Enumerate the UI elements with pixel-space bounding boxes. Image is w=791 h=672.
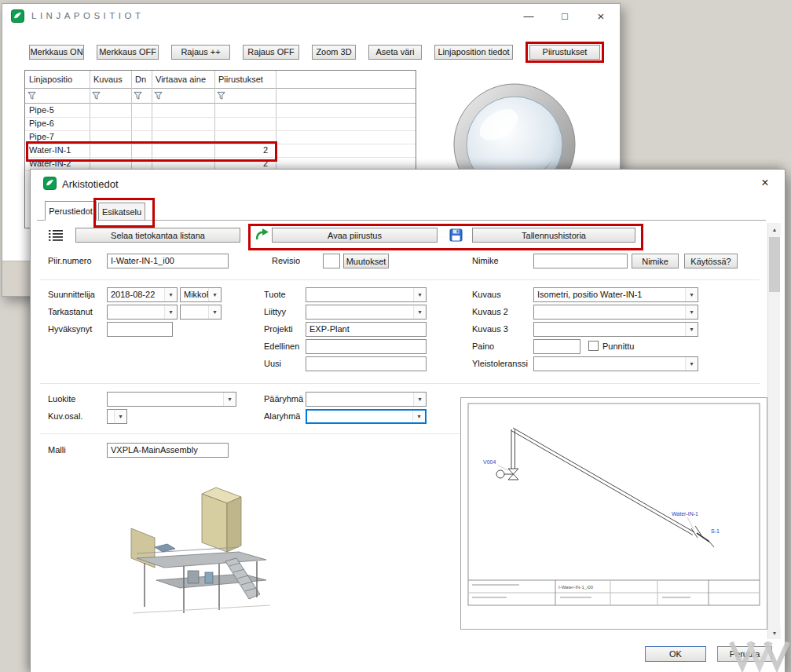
luokite-combo[interactable]: ▾ bbox=[107, 392, 236, 407]
kuvaus2-combo[interactable]: ▾ bbox=[533, 305, 698, 320]
rajaus-plus-button[interactable]: Rajaus ++ bbox=[171, 45, 230, 60]
table-row-water-in-1[interactable]: Water-IN-1 2 bbox=[25, 144, 416, 158]
window-title: LINJAPOSITIOT bbox=[31, 11, 145, 20]
projekti-field[interactable]: EXP-Plant bbox=[306, 322, 427, 337]
separator bbox=[40, 383, 760, 384]
column-header[interactable]: Piirustukset bbox=[214, 71, 276, 88]
kaytossa-button[interactable]: Käytössä? bbox=[684, 254, 738, 268]
open-drawing-icon[interactable] bbox=[255, 228, 269, 242]
avaa-piirustus-button[interactable]: Avaa piirustus bbox=[272, 228, 438, 243]
piir-numero-field[interactable]: I-Water-IN-1_i00 bbox=[107, 254, 229, 268]
liittyy-combo[interactable]: ▾ bbox=[306, 305, 427, 320]
tab-esikatselu[interactable]: Esikatselu bbox=[98, 203, 145, 221]
maximize-icon[interactable]: □ bbox=[555, 8, 574, 24]
filter-icon[interactable] bbox=[27, 91, 36, 100]
rajaus-off-button[interactable]: Rajaus OFF bbox=[243, 45, 299, 60]
app-icon bbox=[43, 177, 57, 190]
cell-piirustukset bbox=[214, 104, 276, 117]
field-value: I-Water-IN-1_i00 bbox=[111, 254, 226, 268]
malli-label: Malli bbox=[48, 445, 66, 455]
table-row-pipe-6[interactable]: Pipe-6 bbox=[25, 117, 416, 131]
yleistoleranssi-combo[interactable]: ▾ bbox=[533, 356, 698, 371]
close-icon[interactable]: × bbox=[755, 174, 775, 192]
drawing-preview[interactable]: V004 Water-IN-1 S-1 I-Water-IN-1_i00 bbox=[460, 397, 767, 630]
list-icon[interactable] bbox=[48, 229, 64, 242]
scroll-down-button[interactable]: ▼ bbox=[768, 626, 781, 639]
muutokset-button[interactable]: Muutokset bbox=[343, 254, 389, 268]
dropdown-arrow-icon[interactable]: ▾ bbox=[208, 305, 221, 319]
dropdown-arrow-icon[interactable]: ▾ bbox=[685, 323, 698, 336]
filter-row bbox=[25, 88, 416, 103]
scrollbar-thumb[interactable] bbox=[769, 237, 780, 292]
filter-icon[interactable] bbox=[134, 91, 142, 100]
table-row-pipe-7[interactable]: Pipe-7 bbox=[25, 130, 416, 144]
tarkastanut-user-combo[interactable]: ▾ bbox=[180, 305, 222, 320]
paaryhma-combo[interactable]: ▾ bbox=[306, 392, 427, 407]
dropdown-arrow-icon[interactable]: ▾ bbox=[164, 305, 177, 319]
uusi-label: Uusi bbox=[264, 359, 281, 368]
uusi-field[interactable] bbox=[306, 356, 427, 371]
tallennushistoria-button[interactable]: Tallennushistoria bbox=[472, 228, 635, 243]
ok-button[interactable]: OK bbox=[645, 646, 706, 662]
dropdown-arrow-icon[interactable]: ▾ bbox=[413, 305, 426, 319]
column-header[interactable]: Dn bbox=[131, 71, 152, 88]
revisio-field[interactable] bbox=[323, 254, 340, 268]
dropdown-arrow-icon[interactable]: ▾ bbox=[164, 288, 177, 301]
cell-kuvaus bbox=[90, 117, 131, 130]
dropdown-arrow-icon[interactable]: ▾ bbox=[223, 393, 236, 406]
edellinen-field[interactable] bbox=[306, 339, 427, 354]
kuvaus3-combo[interactable]: ▾ bbox=[533, 322, 698, 337]
yleistoleranssi-label: Yleistoleranssi bbox=[472, 359, 528, 368]
malli-field[interactable]: VXPLA-MainAssembly bbox=[107, 443, 229, 458]
tarkastanut-date-combo[interactable]: ▾ bbox=[107, 305, 178, 320]
filter-icon[interactable] bbox=[217, 91, 225, 100]
peruuta-button[interactable]: Peruuta bbox=[717, 646, 772, 662]
linjaposition-tiedot-button[interactable]: Linjaposition tiedot bbox=[434, 45, 513, 60]
dropdown-arrow-icon[interactable]: ▾ bbox=[685, 288, 698, 301]
cell-piirustukset bbox=[214, 117, 276, 130]
dropdown-arrow-icon[interactable]: ▾ bbox=[685, 305, 698, 319]
cell-linjapositio: Pipe-5 bbox=[25, 104, 90, 117]
cell-piirustukset bbox=[214, 130, 276, 144]
suunnittelija-date-combo[interactable]: 2018-08-22 ▾ bbox=[107, 287, 178, 302]
merkkaus-off-button[interactable]: Merkkaus OFF bbox=[97, 45, 159, 60]
merkkaus-on-button[interactable]: Merkkaus ON bbox=[29, 45, 84, 60]
dialog-scrollbar[interactable]: ▲ ▼ bbox=[767, 223, 780, 639]
nimike-button[interactable]: Nimike bbox=[632, 254, 679, 268]
column-header[interactable]: Linjapositio bbox=[25, 71, 90, 88]
column-header[interactable]: Virtaava aine bbox=[152, 71, 214, 88]
tuote-combo[interactable]: ▾ bbox=[306, 287, 427, 302]
cell-linjapositio: Water-IN-1 bbox=[25, 144, 90, 157]
scroll-up-icon: ▲ bbox=[772, 227, 778, 232]
punnittu-checkbox[interactable] bbox=[588, 341, 599, 351]
minimize-icon[interactable]: — bbox=[519, 8, 538, 24]
combo-value: MikkoR bbox=[184, 288, 208, 301]
scroll-up-button[interactable]: ▲ bbox=[768, 223, 781, 236]
kuv-osal-combo[interactable]: ▾ bbox=[107, 409, 127, 424]
selaa-tietokantaa-button[interactable]: Selaa tietokantaa listana bbox=[75, 228, 240, 243]
suunnittelija-user-combo[interactable]: MikkoR ▾ bbox=[180, 287, 222, 302]
tab-perustiedot[interactable]: Perustiedot bbox=[45, 201, 97, 221]
table-row-pipe-5[interactable]: Pipe-5 bbox=[25, 104, 416, 118]
zoom-3d-button[interactable]: Zoom 3D bbox=[312, 45, 356, 60]
dropdown-arrow-icon[interactable]: ▾ bbox=[114, 410, 126, 423]
titlebar[interactable]: LINJAPOSITIOT — □ × bbox=[2, 4, 620, 27]
dropdown-arrow-icon[interactable]: ▾ bbox=[413, 288, 426, 301]
alaryhma-combo[interactable]: ▾ bbox=[306, 409, 427, 424]
paino-field[interactable] bbox=[533, 339, 580, 354]
filter-icon[interactable] bbox=[154, 91, 163, 100]
hyvaksynyt-field[interactable] bbox=[107, 322, 173, 337]
nimike-field[interactable] bbox=[533, 254, 628, 268]
dropdown-arrow-icon[interactable]: ▾ bbox=[685, 357, 698, 371]
dropdown-arrow-icon[interactable]: ▾ bbox=[413, 393, 426, 406]
dropdown-arrow-icon[interactable]: ▾ bbox=[412, 411, 425, 422]
column-header[interactable]: Kuvaus bbox=[90, 71, 131, 88]
dropdown-arrow-icon[interactable]: ▾ bbox=[208, 288, 221, 301]
close-icon[interactable]: × bbox=[591, 8, 610, 24]
piirustukset-button[interactable]: Piirustukset bbox=[529, 45, 600, 60]
kuvaus-combo[interactable]: Isometri, positio Water-IN-1 ▾ bbox=[533, 287, 698, 302]
aseta-vari-button[interactable]: Aseta väri bbox=[368, 45, 422, 60]
filter-icon[interactable] bbox=[92, 91, 101, 100]
save-history-icon[interactable] bbox=[449, 228, 463, 242]
punnittu-label: Punnittu bbox=[602, 341, 634, 351]
